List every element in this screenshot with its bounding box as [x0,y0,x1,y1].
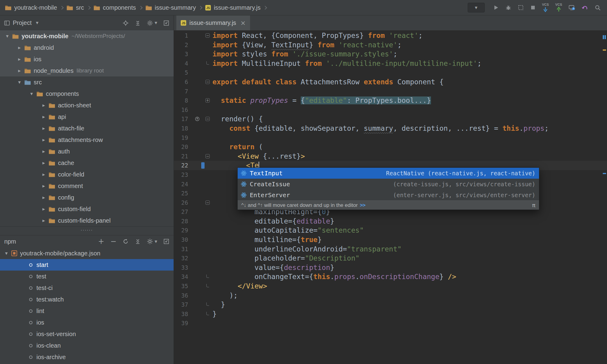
code-line-19[interactable]: 19 [174,133,607,143]
fold-marker-icon[interactable]: − [205,154,210,158]
stripe-mark-warning[interactable] [603,49,606,51]
project-tree-item-comment[interactable]: ▶comment [0,180,174,192]
fold-marker-icon[interactable]: − [205,80,210,84]
error-stripe[interactable] [602,30,607,364]
stop-button[interactable] [530,5,536,10]
hide-panel-button[interactable] [163,238,169,244]
code-line-33[interactable]: 33 value={description} [174,263,607,272]
project-view-selector[interactable]: Project ▼ [4,19,39,26]
completion-item-EnterServer[interactable]: EnterServer(enter-server.js, src/views/e… [238,190,539,201]
tab-issue-summary-js[interactable]: JS issue-summary.js × [176,15,250,30]
code-line-2[interactable]: 2import {View, TextInput} from 'react-na… [174,40,607,50]
project-tree-item-ios[interactable]: ▶ios [0,53,174,65]
fold-marker-icon[interactable] [206,312,209,315]
code-line-32[interactable]: 32 placeholder="Description" [174,254,607,263]
code-line-30[interactable]: 30 multiline={true} [174,235,607,244]
fold-marker-icon[interactable] [206,275,209,278]
override-method-icon[interactable] [195,116,200,121]
code-line-36[interactable]: 36 ); [174,291,607,300]
npm-script-test:watch[interactable]: test:watch [0,294,174,305]
project-tree-item-config[interactable]: ▶config [0,192,174,203]
code-line-35[interactable]: 35 </View> [174,281,607,291]
hide-panel-button[interactable] [163,20,169,26]
breadcrumb-item-components[interactable]: components [93,4,136,11]
fold-marker-icon[interactable]: − [205,201,210,205]
code-line-37[interactable]: 37 } [174,300,607,309]
chevron-right-icon[interactable]: ▶ [40,138,47,142]
add-script-button[interactable]: + [98,238,104,244]
vcs-commit-button[interactable]: VCS [555,3,562,12]
code-line-20[interactable]: 20 return ( [174,142,607,152]
vcs-changes-button[interactable] [568,5,575,11]
panel-splitter[interactable]: ······ [0,226,174,235]
breadcrumb-item-issue-summary.js[interactable]: JSissue-summary.js [205,4,260,11]
stripe-mark-caretmark[interactable] [603,173,606,174]
project-tree-item-attachments-row[interactable]: ▶attachments-row [0,134,174,146]
collapse-all-button[interactable] [135,238,141,244]
run-config-dropdown[interactable]: ▼ [468,3,485,12]
completion-item-TextInput[interactable]: TextInputReactNative (react-native.js, r… [238,168,539,179]
code-line-1[interactable]: 1−import React, {Component, PropTypes} f… [174,31,607,40]
fold-marker-icon[interactable]: − [205,33,210,38]
fold-marker-icon[interactable]: − [205,117,210,121]
completion-hint-link[interactable]: >> [360,202,365,208]
npm-script-start[interactable]: start [0,259,174,271]
code-line-21[interactable]: 21− <View {...rest}> [174,152,607,161]
chevron-right-icon[interactable]: ▶ [40,115,47,119]
chevron-right-icon[interactable]: ▶ [40,161,47,165]
search-everywhere-button[interactable] [595,5,601,11]
npm-script-test-ci[interactable]: test-ci [0,282,174,294]
rollback-button[interactable] [582,5,588,11]
project-tree-item-android[interactable]: ▶android [0,42,174,53]
project-tree-item-cache[interactable]: ▶cache [0,157,174,169]
settings-button[interactable]: ▼ [147,20,157,26]
project-tree-item-action-sheet[interactable]: ▶action-sheet [0,99,174,111]
fold-marker-icon[interactable]: + [205,98,210,103]
collapse-all-button[interactable] [135,20,141,26]
settings-button[interactable]: ▼ [147,238,157,244]
code-line-7[interactable]: 7 [174,87,607,96]
project-tree-item-custom-field[interactable]: ▶custom-field [0,203,174,215]
fold-marker-icon[interactable] [206,302,209,306]
chevron-down-icon[interactable]: ▼ [4,34,11,38]
code-line-3[interactable]: 3import styles from './issue-summary.sty… [174,49,607,59]
refresh-scripts-button[interactable] [123,238,129,244]
debug-button[interactable] [505,5,511,11]
code-line-28[interactable]: 28 editable={editable} [174,217,607,226]
code-line-17[interactable]: 17− render() { [174,114,607,124]
project-tree-item-color-field[interactable]: ▶color-field [0,169,174,180]
editor-body[interactable]: 1−import React, {Component, PropTypes} f… [174,30,607,364]
code-line-38[interactable]: 38} [174,309,607,319]
code-line-16[interactable]: 16 [174,105,607,115]
fold-marker-icon[interactable] [206,284,209,287]
project-tree-item-attach-file[interactable]: ▶attach-file [0,123,174,134]
code-line-39[interactable]: 39 [174,318,607,328]
chevron-right-icon[interactable]: ▶ [40,196,47,200]
npm-root-package-json[interactable]: ▼youtrack-mobile/package.json [0,248,174,259]
project-tree-item-components[interactable]: ▼components [0,88,174,99]
npm-script-lint[interactable]: lint [0,305,174,317]
code-line-18[interactable]: 18 const {editable, showSeparator, summa… [174,124,607,133]
code-line-5[interactable]: 5 [174,68,607,77]
inspection-indicator-icon[interactable] [603,35,606,39]
code-line-6[interactable]: 6−export default class AttachmentsRow ex… [174,77,607,87]
chevron-down-icon[interactable]: ▼ [16,80,23,84]
completion-item-CreateIssue[interactable]: CreateIssue(create-issue.js, src/views/c… [238,179,539,190]
code-line-8[interactable]: 8+ static propTypes = {"editable": PropT… [174,96,607,105]
chevron-right-icon[interactable]: ▶ [40,184,47,188]
project-tree-item-src[interactable]: ▼src [0,76,174,88]
project-tree-item-node_modules[interactable]: ▶node_moduleslibrary root [0,65,174,76]
npm-script-ios-set-version[interactable]: ios-set-version [0,328,174,340]
run-button[interactable] [493,5,499,11]
chevron-down-icon[interactable]: ▼ [3,251,10,255]
project-tree-item-youtrack-mobile[interactable]: ▼youtrack-mobile~/WebstormProjects/ [0,30,174,42]
fold-marker-icon[interactable] [206,61,209,65]
chevron-right-icon[interactable]: ▶ [16,57,23,61]
npm-script-test[interactable]: test [0,271,174,282]
vcs-update-button[interactable]: VCS [542,3,549,12]
chevron-right-icon[interactable]: ▶ [40,126,47,130]
npm-script-ios-archive[interactable]: ios-archive [0,351,174,363]
npm-script-ios[interactable]: ios [0,317,174,328]
remove-script-button[interactable]: − [110,238,116,244]
project-tree-item-custom-fields-panel[interactable]: ▶custom-fields-panel [0,215,174,226]
